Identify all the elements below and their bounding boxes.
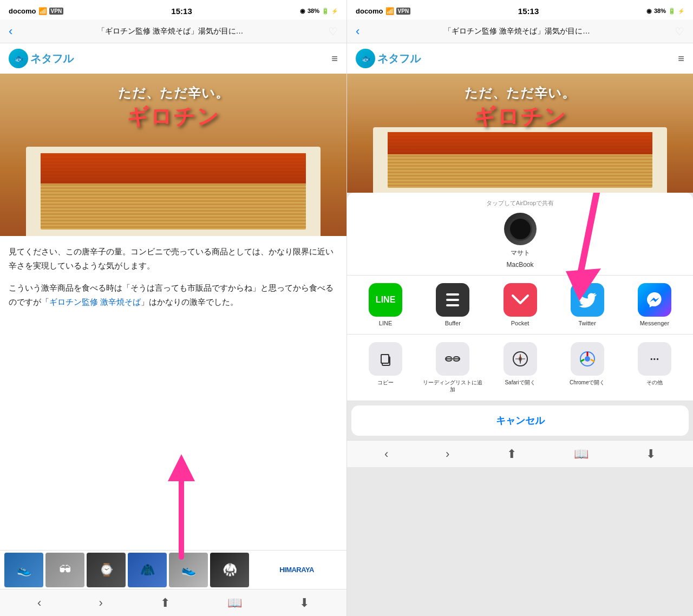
left-article-image: ただ、ただ辛い。 ギロチン bbox=[0, 74, 346, 236]
left-toolbar-tab[interactable]: ⬇ bbox=[299, 596, 309, 610]
right-hamburger-button[interactable]: ≡ bbox=[678, 53, 684, 65]
right-charge-icon: ⚡ bbox=[678, 8, 684, 14]
left-spice-overlay bbox=[41, 153, 306, 184]
action-item-reading[interactable]: リーディングリストに追加 bbox=[423, 342, 482, 393]
left-ad-bar: 👟 🕶 ⌚ 🧥 👟 🥋 HIMARAYA bbox=[0, 550, 346, 589]
messenger-label: Messenger bbox=[640, 320, 669, 326]
left-hamburger-button[interactable]: ≡ bbox=[331, 53, 338, 65]
app-item-messenger[interactable]: Messenger bbox=[625, 283, 684, 326]
left-logo-text: ネタフル bbox=[30, 51, 74, 66]
left-logo[interactable]: 🐟 ネタフル bbox=[9, 49, 74, 68]
airdrop-device-name: マサト bbox=[511, 248, 530, 258]
buffer-icon bbox=[436, 283, 469, 317]
right-toolbar-bookmark[interactable]: 📖 bbox=[574, 447, 589, 461]
left-nav-bar: ‹ 「ギロチン監修 激辛焼そば」湯気が目に… ♡ bbox=[0, 19, 346, 43]
right-nav-bar: ‹ 「ギロチン監修 激辛焼そば」湯気が目に… ♡ bbox=[347, 19, 693, 43]
airdrop-device[interactable]: マサト MacBook bbox=[504, 213, 537, 268]
action-item-other[interactable]: ··· その他 bbox=[625, 342, 684, 386]
right-time: 15:13 bbox=[518, 6, 539, 16]
left-toolbar-forward[interactable]: › bbox=[99, 596, 102, 610]
action-row: コピー リーディングリストに追加 bbox=[347, 335, 693, 401]
left-charge-icon: ⚡ bbox=[331, 8, 338, 14]
left-para1: 見てください、この唐辛子の量。コンビニで売っている商品としては、かなり限界に近い… bbox=[9, 245, 338, 272]
svg-rect-5 bbox=[446, 299, 459, 301]
left-status-bar: docomo 📶 VPN 15:13 ◉ 38% 🔋 ⚡ bbox=[0, 0, 346, 19]
chrome-icon bbox=[571, 342, 604, 376]
left-location-icon: ◉ bbox=[300, 8, 305, 15]
left-ad-glasses[interactable]: 🕶 bbox=[45, 553, 84, 587]
left-toolbar-back[interactable]: ‹ bbox=[37, 596, 41, 610]
airdrop-device-sub: MacBook bbox=[506, 261, 533, 268]
right-carrier: docomo bbox=[356, 7, 383, 15]
airdrop-avatar bbox=[504, 213, 537, 245]
left-ad-jacket[interactable]: 🧥 bbox=[128, 553, 167, 587]
app-item-buffer[interactable]: Buffer bbox=[423, 283, 482, 326]
right-spice-overlay bbox=[388, 132, 652, 154]
right-toolbar-tab[interactable]: ⬇ bbox=[646, 447, 656, 461]
svg-rect-10 bbox=[381, 355, 389, 363]
pocket-icon bbox=[504, 283, 537, 317]
share-sheet: タップしてAirDropで共有 マサト MacBook LINE LINE bbox=[347, 193, 693, 401]
right-overlay-line2: ギロチン bbox=[347, 102, 693, 132]
airdrop-section: タップしてAirDropで共有 マサト MacBook bbox=[347, 193, 693, 276]
svg-rect-4 bbox=[446, 293, 459, 296]
right-logo[interactable]: 🐟 ネタフル bbox=[356, 49, 421, 68]
safari-icon bbox=[504, 342, 537, 376]
left-toolbar-share[interactable]: ⬆ bbox=[160, 596, 170, 610]
chrome-label: Chromeで開く bbox=[570, 379, 605, 386]
left-ad-shoe2[interactable]: 👟 bbox=[169, 553, 208, 587]
right-logo-text: ネタフル bbox=[377, 51, 421, 66]
left-noodle-content bbox=[41, 153, 306, 229]
right-article-text-overlay: ただ、ただ辛い。 ギロチン bbox=[347, 84, 693, 132]
left-toolbar-bookmark[interactable]: 📖 bbox=[227, 596, 242, 610]
messenger-icon bbox=[638, 283, 671, 317]
app-item-line[interactable]: LINE LINE bbox=[356, 283, 415, 326]
twitter-icon bbox=[571, 283, 604, 317]
svg-rect-6 bbox=[446, 304, 459, 306]
right-back-button[interactable]: ‹ bbox=[356, 24, 359, 38]
copy-label: コピー bbox=[377, 379, 394, 386]
left-status-left: docomo 📶 VPN bbox=[9, 7, 63, 15]
left-battery-pct: 38% bbox=[308, 8, 319, 14]
left-noodle-container bbox=[26, 147, 321, 236]
buffer-label: Buffer bbox=[445, 320, 461, 326]
reading-label: リーディングリストに追加 bbox=[423, 379, 482, 393]
action-item-chrome[interactable]: Chromeで開く bbox=[558, 342, 617, 386]
right-heart-button[interactable]: ♡ bbox=[675, 25, 684, 38]
left-ad-shoe1[interactable]: 👟 bbox=[4, 553, 43, 587]
right-vpn-badge: VPN bbox=[396, 8, 411, 15]
action-item-safari[interactable]: Safariで開く bbox=[490, 342, 550, 386]
left-wifi-icon: 📶 bbox=[38, 7, 47, 15]
left-panel: docomo 📶 VPN 15:13 ◉ 38% 🔋 ⚡ ‹ 「ギロチン監修 激… bbox=[0, 0, 346, 616]
left-ad-logo[interactable]: HIMARAYA bbox=[251, 566, 342, 574]
left-article-text-overlay: ただ、ただ辛い。 ギロチン bbox=[0, 84, 346, 132]
left-back-button[interactable]: ‹ bbox=[9, 24, 12, 38]
safari-label: Safariで開く bbox=[505, 379, 535, 386]
right-overlay-line1: ただ、ただ辛い。 bbox=[347, 84, 693, 102]
app-item-twitter[interactable]: Twitter bbox=[558, 283, 617, 326]
app-item-pocket[interactable]: Pocket bbox=[490, 283, 550, 326]
left-status-right: ◉ 38% 🔋 ⚡ bbox=[300, 8, 338, 15]
right-toolbar-forward[interactable]: › bbox=[446, 447, 449, 461]
left-para2: こういう激辛商品を食べる時は「そうは言っても市販品ですからね」と思ってから食べる… bbox=[9, 281, 338, 309]
left-bottom-toolbar: ‹ › ⬆ 📖 ⬇ bbox=[0, 589, 346, 616]
left-heart-button[interactable]: ♡ bbox=[328, 25, 338, 38]
right-battery-pct: 38% bbox=[654, 8, 666, 14]
cancel-button[interactable]: キャンセル bbox=[351, 405, 689, 436]
right-toolbar-back[interactable]: ‹ bbox=[384, 447, 388, 461]
right-page-title: 「ギロチン監修 激辛焼そば」湯気が目に… bbox=[364, 27, 670, 36]
right-status-left: docomo 📶 VPN bbox=[356, 7, 410, 15]
left-overlay-line2: ギロチン bbox=[0, 102, 346, 132]
other-icon: ··· bbox=[638, 342, 671, 376]
left-ad-jacket2[interactable]: 🥋 bbox=[210, 553, 249, 587]
right-article-image: ただ、ただ辛い。 ギロチン bbox=[347, 74, 693, 193]
reading-icon bbox=[436, 342, 469, 376]
left-para2-link[interactable]: ギロチン監修 激辛焼そば bbox=[49, 297, 141, 306]
right-status-bar: docomo 📶 VPN 15:13 ◉ 38% 🔋 ⚡ bbox=[347, 0, 693, 19]
left-time: 15:13 bbox=[171, 6, 192, 16]
left-ad-watch[interactable]: ⌚ bbox=[87, 553, 126, 587]
right-toolbar-share[interactable]: ⬆ bbox=[507, 447, 517, 461]
right-battery-icon: 🔋 bbox=[668, 8, 676, 15]
action-item-copy[interactable]: コピー bbox=[356, 342, 415, 386]
airdrop-avatar-inner bbox=[508, 217, 532, 241]
